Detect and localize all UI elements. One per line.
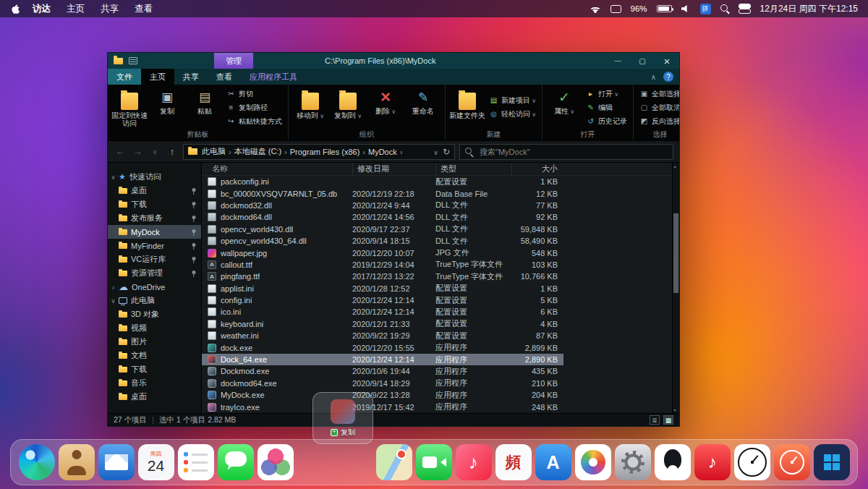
expand-arrow-icon[interactable] (108, 174, 119, 181)
dock-item-qq-icon[interactable] (655, 444, 691, 480)
column-header[interactable]: 类型 (435, 163, 511, 175)
breadcrumb[interactable]: 此电脑本地磁盘 (C:)Program Files (x86)MyDock (183, 144, 455, 160)
dock-item-netease-music-icon[interactable] (694, 444, 731, 480)
file-row[interactable]: Dockmod.exe2020/10/6 19:44应用程序435 KB (202, 365, 563, 377)
sidebar-section-onedrive[interactable]: OneDrive (108, 280, 201, 294)
ribbon-collapse-icon[interactable] (651, 72, 656, 81)
sidebar-item-MyFinder[interactable]: MyFinder (108, 239, 201, 252)
drag-ghost[interactable]: 复制 (312, 392, 373, 444)
forward-button[interactable] (131, 145, 144, 158)
file-row[interactable]: applist.ini2020/1/28 12:52配置设置1 KB (202, 283, 563, 294)
volume-icon[interactable] (681, 4, 691, 13)
ribbon-button[interactable]: 移动到 (292, 86, 328, 129)
recent-locations-icon[interactable] (148, 145, 161, 158)
icons-view-button[interactable] (663, 415, 673, 425)
file-row[interactable]: keyboard.ini2020/12/1 21:33配置设置4 KB (202, 318, 563, 330)
scrollbar-thumb[interactable] (673, 213, 678, 293)
sidebar-item-图片[interactable]: 图片 (108, 335, 201, 349)
ribbon-button[interactable]: 复制路径 (224, 101, 284, 114)
ribbon-button[interactable]: 删除 (367, 86, 404, 129)
quick-access-folder-icon[interactable] (114, 58, 123, 64)
minimize-button[interactable] (605, 53, 630, 69)
ribbon-button[interactable]: 历史记录 (584, 115, 629, 127)
dock-item-reminders-icon[interactable] (178, 444, 214, 480)
ribbon-button[interactable]: 剪切 (224, 88, 284, 100)
ribbon-button[interactable]: 粘贴 (187, 86, 223, 129)
dock-item-app-store-icon[interactable] (535, 444, 571, 480)
ribbon-button[interactable]: 编辑 (584, 101, 629, 114)
display-icon[interactable] (610, 5, 621, 13)
expand-arrow-icon[interactable] (108, 297, 119, 305)
ribbon-button[interactable]: 全部取消 (637, 101, 679, 114)
dock-item-photos-icon[interactable] (575, 444, 611, 480)
file-row[interactable]: wallpaper.jpg2020/12/20 10:07JPG 文件548 K… (202, 247, 563, 258)
wifi-icon[interactable] (590, 4, 601, 13)
sidebar-section-quick-access[interactable]: 快速访问 (108, 170, 201, 184)
dock-item-alarm-clock-app-icon[interactable] (774, 444, 810, 480)
sidebar-item-桌面[interactable]: 桌面 (108, 184, 201, 197)
sidebar-item-MyDock[interactable]: MyDock (108, 225, 201, 239)
sidebar-item-文档[interactable]: 文档 (108, 349, 201, 362)
menubar-item[interactable]: 查看 (135, 3, 153, 15)
ribbon-tab[interactable]: 共享 (174, 69, 208, 85)
ribbon-button[interactable]: 全部选择 (637, 88, 679, 100)
sidebar-item-发布服务[interactable]: 发布服务 (108, 211, 201, 225)
ribbon-button[interactable]: 轻松访问 (487, 109, 538, 121)
dock-item-windows-start-icon[interactable] (814, 444, 850, 480)
ribbon-button[interactable]: 新建项目 (487, 95, 538, 107)
back-button[interactable] (114, 145, 127, 158)
ribbon-button[interactable]: 固定到快速访问 (111, 86, 148, 129)
ribbon-button[interactable]: 新建文件夹 (449, 86, 485, 129)
file-row[interactable]: ico.ini2020/12/24 12:14配置设置6 KB (202, 306, 563, 318)
ribbon-tab[interactable]: 主页 (141, 69, 174, 85)
ribbon-button[interactable]: 反向选择 (637, 115, 679, 127)
dock-item-video-app-icon[interactable]: 頻 (495, 444, 532, 480)
sidebar-item-VC运行库[interactable]: VC运行库 (108, 252, 201, 266)
dock-item-music-icon[interactable] (456, 444, 492, 480)
column-header[interactable]: 修改日期 (352, 163, 435, 175)
apple-menu-icon[interactable] (10, 4, 20, 14)
dock-item-facetime-icon[interactable] (416, 444, 452, 480)
address-dropdown-icon[interactable] (433, 148, 438, 156)
dock-item-edge-browser-icon[interactable] (19, 444, 55, 480)
column-header[interactable]: 名称 (208, 163, 352, 175)
file-row[interactable]: opencv_world430.dll2020/9/17 22:37DLL 文件… (202, 224, 563, 235)
dock-item-game-center-icon[interactable] (258, 444, 294, 480)
sidebar-item-视频[interactable]: 视频 (108, 321, 201, 335)
file-row[interactable]: dockmod32.dll2020/12/24 9:44DLL 文件77 KB (202, 200, 563, 211)
file-row[interactable]: dockmod64.exe2020/9/14 18:29应用程序210 KB (202, 378, 563, 389)
file-row[interactable]: opencv_world430_64.dll2020/9/14 18:15DLL… (202, 235, 563, 247)
search-box[interactable] (459, 144, 673, 160)
file-row[interactable]: dockmod64.dll2020/12/24 14:56DLL 文件92 KB (202, 211, 563, 223)
search-icon[interactable] (720, 4, 730, 14)
ribbon-button[interactable]: 重命名 (405, 86, 441, 129)
ribbon-button[interactable]: 粘贴快捷方式 (224, 115, 284, 127)
ribbon-button[interactable]: 复制到 (330, 86, 366, 129)
sidebar-item-音乐[interactable]: 音乐 (108, 376, 201, 390)
dock-item-clock-icon[interactable] (734, 444, 770, 480)
ribbon-button[interactable]: 属性 (546, 86, 582, 129)
breadcrumb-item[interactable]: 本地磁盘 (C:) (231, 146, 284, 157)
battery-icon[interactable] (657, 5, 672, 12)
titlebar[interactable]: 管理 C:\Program Files (x86)\MyDock (108, 53, 679, 69)
ribbon-tab[interactable]: 文件 (108, 69, 141, 85)
up-button[interactable] (166, 145, 179, 158)
breadcrumb-item[interactable]: MyDock (365, 148, 400, 156)
file-row[interactable]: Dock_64.exe2020/12/24 12:14应用程序2,890 KB (202, 354, 563, 365)
file-row[interactable]: weather.ini2020/9/22 19:29配置设置87 KB (202, 330, 563, 341)
search-input[interactable] (478, 147, 668, 157)
file-row[interactable]: dock.exe2020/12/20 15:55应用程序2,899 KB (202, 341, 563, 353)
manage-tab[interactable]: 管理 (214, 53, 253, 69)
control-center-icon[interactable] (739, 4, 751, 14)
quick-access-toolbar-icon[interactable] (129, 57, 137, 64)
menubar-item[interactable]: 主页 (67, 3, 85, 15)
details-view-button[interactable] (650, 415, 660, 425)
dock-item-maps-icon[interactable] (376, 444, 412, 480)
dock-item-contacts-icon[interactable] (59, 444, 95, 480)
file-row[interactable]: packconfig.ini配置设置1 KB (202, 176, 563, 187)
file-row[interactable]: config.ini2020/12/24 12:14配置设置5 KB (202, 294, 563, 306)
sidebar-section-this-pc[interactable]: 此电脑 (108, 294, 201, 307)
expand-arrow-icon[interactable] (108, 283, 119, 292)
sidebar-item-下载[interactable]: 下载 (108, 197, 201, 211)
file-row[interactable]: trayIco.exe2019/12/17 15:42应用程序248 KB (202, 401, 563, 412)
